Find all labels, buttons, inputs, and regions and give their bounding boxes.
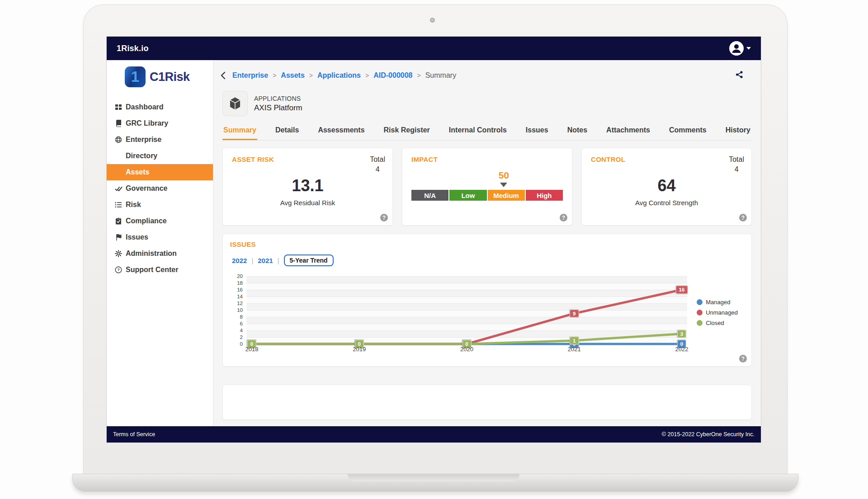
sidebar-item-dashboard[interactable]: Dashboard <box>107 99 213 115</box>
y-tick-label: 2 <box>240 334 243 340</box>
help-icon[interactable] <box>380 214 388 221</box>
help-icon[interactable] <box>739 355 747 362</box>
total-label: Total <box>370 155 385 165</box>
y-tick-label: 4 <box>240 328 243 333</box>
tab-comments[interactable]: Comments <box>668 123 708 140</box>
avg-control-strength-caption: Avg Control Strength <box>582 199 751 207</box>
y-tick-label: 10 <box>237 307 243 313</box>
impact-marker-icon <box>500 183 507 187</box>
legend-label: Closed <box>706 320 724 326</box>
y-tick-label: 14 <box>237 294 243 299</box>
svg-text:?: ? <box>117 268 119 272</box>
sidebar-item-enterprise[interactable]: Enterprise <box>107 132 213 148</box>
breadcrumb-link-assets[interactable]: Assets <box>281 71 304 80</box>
help-icon[interactable] <box>739 214 747 221</box>
legend-dot-unmanaged <box>697 310 703 315</box>
asset-title: AXIS Platform <box>254 104 302 113</box>
impact-card: IMPACT 50 N/A Low Medium High <box>402 148 572 226</box>
breadcrumb-link-applications[interactable]: Applications <box>317 71 361 80</box>
x-tick-label: 2019 <box>353 346 366 353</box>
breadcrumb-link-enterprise[interactable]: Enterprise <box>232 71 268 80</box>
logo-text: C1Risk <box>150 70 190 84</box>
breadcrumb-separator: > <box>273 72 276 79</box>
five-year-trend-button[interactable]: 5-Year Trend <box>284 254 334 266</box>
data-label: 16 <box>676 286 688 294</box>
legend-label: Unmanaged <box>706 309 738 316</box>
caret-down-icon[interactable] <box>746 47 751 50</box>
tab-notes[interactable]: Notes <box>566 123 588 140</box>
sidebar-item-label: Enterprise <box>126 136 161 144</box>
flag-icon <box>114 233 123 241</box>
sidebar-item-directory[interactable]: Directory <box>107 148 213 164</box>
app-screen: 1Risk.io 1 C1Risk <box>106 36 761 443</box>
year-link-2022[interactable]: 2022 <box>232 257 247 264</box>
tab-bar: Summary Details Assessments Risk Registe… <box>222 123 752 141</box>
sidebar-item-label: Administration <box>126 250 177 258</box>
footer-bar: Terms of Service © 2015-2022 CyberOne Se… <box>107 426 761 443</box>
tab-issues[interactable]: Issues <box>525 123 549 140</box>
tab-summary[interactable]: Summary <box>222 123 257 140</box>
sidebar-item-issues[interactable]: Issues <box>107 229 213 245</box>
legend-dot-closed <box>697 320 703 326</box>
sidebar-item-label: Issues <box>126 233 148 241</box>
sidebar-menu: Dashboard GRC Library Enterprise <box>107 99 213 278</box>
tab-attachments[interactable]: Attachments <box>605 123 651 140</box>
sidebar-item-administration[interactable]: Administration <box>107 245 213 262</box>
total-label: Total <box>729 155 744 165</box>
tab-assessments[interactable]: Assessments <box>317 123 365 140</box>
legend-item-closed: Closed <box>697 320 738 326</box>
list-icon <box>114 201 123 209</box>
logo-icon: 1 <box>125 66 146 87</box>
x-tick-label: 2018 <box>245 346 259 353</box>
impact-scale-bar: N/A Low Medium High <box>411 190 563 201</box>
asset-risk-card: ASSET RISK Total 4 13.1 Avg Residual Ris… <box>222 148 393 226</box>
link-separator: | <box>251 257 253 264</box>
impact-value: 50 <box>499 170 509 181</box>
asset-header: APPLICATIONS AXIS Platform <box>222 91 752 116</box>
sidebar-item-label: Directory <box>126 152 157 160</box>
card-title: IMPACT <box>411 155 563 163</box>
avg-control-strength-value: 64 <box>582 176 751 195</box>
brand-title: 1Risk.io <box>117 44 149 53</box>
sidebar-item-support-center[interactable]: ? Support Center <box>107 262 213 278</box>
chevron-left-icon <box>220 71 227 80</box>
x-tick-label: 2020 <box>460 346 473 353</box>
sidebar-item-risk[interactable]: Risk <box>107 197 213 213</box>
breadcrumb-separator: > <box>309 72 313 79</box>
y-tick-label: 8 <box>240 314 243 320</box>
impact-segment-na: N/A <box>411 190 448 201</box>
tab-details[interactable]: Details <box>274 123 300 140</box>
app-logo[interactable]: 1 C1Risk <box>125 66 213 87</box>
breadcrumb-separator: > <box>417 72 420 79</box>
tab-history[interactable]: History <box>725 123 751 140</box>
tab-risk-register[interactable]: Risk Register <box>383 123 431 140</box>
globe-icon <box>114 136 123 144</box>
sidebar-item-assets[interactable]: Assets <box>107 164 213 180</box>
y-tick-label: 6 <box>240 321 243 326</box>
tab-internal-controls[interactable]: Internal Controls <box>448 123 508 140</box>
top-navbar: 1Risk.io <box>107 37 761 60</box>
webcam-dot <box>430 18 435 23</box>
y-tick-label: 20 <box>237 273 243 279</box>
legend-item-unmanaged: Unmanaged <box>697 309 738 316</box>
sidebar-item-label: Risk <box>126 201 141 209</box>
sidebar-item-governance[interactable]: Governance <box>107 180 213 197</box>
sidebar-item-label: Dashboard <box>126 103 164 111</box>
asset-type-tile <box>222 91 248 116</box>
breadcrumb-link-aid[interactable]: AID-000008 <box>373 71 412 80</box>
breadcrumb: Enterprise > Assets > Applications > AID… <box>222 60 752 81</box>
breadcrumb-current: Summary <box>425 71 456 80</box>
control-card: CONTROL Total 4 64 Avg Control Strength <box>581 148 752 226</box>
year-link-2021[interactable]: 2021 <box>258 257 273 264</box>
share-button[interactable] <box>735 70 744 81</box>
impact-segment-medium: Medium <box>488 190 525 201</box>
sidebar-item-grc-library[interactable]: GRC Library <box>107 115 213 132</box>
terms-of-service-link[interactable]: Terms of Service <box>113 431 155 438</box>
sidebar-item-compliance[interactable]: Compliance <box>107 213 213 229</box>
help-icon[interactable] <box>560 214 567 221</box>
share-nodes-icon <box>735 70 744 79</box>
back-button[interactable] <box>220 71 227 80</box>
user-avatar[interactable] <box>729 41 744 56</box>
chart-legend: Managed Unmanaged Closed <box>697 299 738 326</box>
clipboard-check-icon <box>114 217 123 225</box>
